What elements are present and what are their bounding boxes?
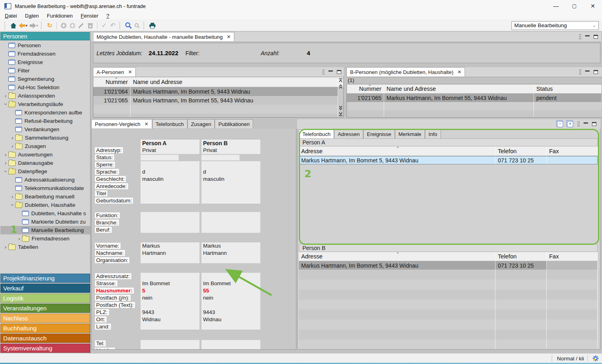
maximize-panel-icon[interactable] (594, 70, 598, 74)
detail-tab-ereignisse[interactable]: Ereignisse (363, 130, 395, 138)
tree-item-telekommunikationsdate[interactable]: Telekommunikationsdate (0, 184, 90, 192)
expand-arrow-icon[interactable]: › (3, 152, 8, 158)
b-person-row-selected[interactable]: 1'021'065Markus Hartmann, Im Bommet 55, … (347, 94, 602, 102)
column-header-fax[interactable]: Fax (547, 146, 598, 156)
minimize-panel-icon[interactable] (328, 70, 333, 74)
empty-row[interactable] (299, 330, 598, 340)
tab-publikationen[interactable]: Publikationen (215, 119, 253, 128)
sidebar-section-nachlass[interactable]: Nachlass (0, 314, 90, 323)
a-person-row-selected[interactable]: 1'021'064Markus Hartmann, Im Bommet 5, 9… (93, 87, 343, 96)
detail-tab-telefonbuch[interactable]: Telefonbuch (299, 130, 334, 138)
minimize-icon[interactable]: — (547, 0, 565, 12)
column-header-fax[interactable]: Fax (547, 252, 598, 261)
tree-item-datenpflege[interactable]: ›Datenpflege (0, 167, 90, 176)
empty-row[interactable] (299, 270, 598, 280)
detail-tab-adressen[interactable]: Adressen (334, 130, 363, 138)
tree-item-auswertungen[interactable]: ›Auswertungen (0, 150, 90, 159)
empty-row[interactable] (299, 290, 598, 300)
detail-tab-merkmale[interactable]: Merkmale (395, 130, 425, 138)
close-tab-icon[interactable]: ✕ (457, 69, 461, 75)
a-person-row[interactable]: 1'021'065Markus Hartmann, Im Bommet 55, … (93, 96, 343, 105)
back-icon[interactable] (18, 21, 26, 30)
delete-icon[interactable] (86, 21, 95, 30)
close-icon[interactable]: ✕ (584, 0, 602, 12)
collapse-arrow-icon[interactable]: › (10, 202, 16, 208)
minimize-panel-icon[interactable] (585, 70, 590, 74)
expand-arrow-icon[interactable]: › (16, 236, 22, 242)
menu-item-[interactable]: ? (106, 13, 109, 19)
tree-item-datenausgabe[interactable]: ›Datenausgabe (0, 159, 90, 167)
add-copy-icon[interactable] (68, 21, 77, 30)
tree-item-dubletten-haushalte-s[interactable]: Dubletten, Haushalte s (0, 209, 90, 218)
close-tab-icon[interactable]: ✕ (128, 69, 132, 75)
sidebar-section-verkauf[interactable]: Verkauf (0, 284, 90, 293)
refresh-icon[interactable]: ↻ (45, 21, 54, 30)
undo-icon[interactable]: ↶ (109, 21, 117, 30)
expand-arrow-icon[interactable]: › (3, 160, 8, 166)
empty-row[interactable] (93, 105, 343, 114)
scroll-first-icon[interactable] (338, 78, 343, 84)
tab-a-personen[interactable]: A-Personen ✕ (93, 67, 136, 76)
tab-telefonbuch[interactable]: Telefonbuch (152, 119, 187, 128)
back-history-dropdown-icon[interactable]: ▾ (26, 24, 28, 28)
tree-item-verarbeitungsläufe[interactable]: ›Verarbeitungsläufe (0, 100, 90, 108)
page-down-icon[interactable] (338, 105, 343, 111)
maximize-panel-icon[interactable] (337, 70, 341, 74)
empty-row[interactable] (347, 110, 602, 118)
tree-item-segmentierung[interactable]: Segmentierung (0, 75, 90, 83)
column-header-nummer[interactable]: Nummer (93, 77, 131, 87)
column-header-nummer[interactable]: Nummer (347, 84, 384, 93)
scroll-last-icon[interactable] (338, 111, 343, 117)
tree-item-personen[interactable]: Personen (0, 41, 90, 50)
panel-menu-icon[interactable] (579, 69, 581, 75)
panel-menu-icon[interactable] (577, 121, 580, 127)
column-header-telefon[interactable]: Telefon (495, 252, 547, 261)
empty-row[interactable] (299, 300, 598, 310)
settings-gear-icon[interactable] (592, 355, 599, 362)
menu-item-funktionen[interactable]: Funktionen (47, 13, 72, 19)
panel-menu-icon[interactable] (579, 34, 581, 40)
column-header-name-und-adresse[interactable]: Name und Adresse (131, 77, 338, 87)
column-header-name-und-adresse[interactable]: Name und Adresse (384, 84, 534, 93)
phonebook-row-selected[interactable]: Markus Hartmann, Im Bommet 5, 9443 Widna… (299, 261, 598, 270)
tab-b-personen[interactable]: B-Personen (mögliche Dubletten, Haushalt… (346, 67, 465, 76)
tree-item-filter[interactable]: Filter (0, 66, 90, 75)
tab-personen-vergleich[interactable]: Personen-Vergleich✕ (91, 119, 152, 128)
print-icon[interactable] (148, 21, 157, 30)
sidebar-section-datenaustausch[interactable]: Datenaustausch (0, 334, 90, 343)
tree-item-sammelerfassung[interactable]: ›Sammelerfassung (0, 134, 90, 142)
sidebar-section-projektfinanzierung[interactable]: Projektfinanzierung (0, 274, 90, 283)
expand-arrow-icon[interactable]: › (3, 244, 8, 250)
empty-row[interactable] (299, 310, 598, 320)
panel-menu-icon[interactable] (322, 69, 324, 75)
confirm-icon[interactable]: ✓ (100, 21, 109, 30)
edit-icon[interactable] (77, 21, 86, 30)
menu-item-datei[interactable]: Datei (5, 13, 17, 19)
page-up-icon[interactable] (338, 84, 343, 90)
detail-tab-info[interactable]: Info (425, 130, 441, 138)
expand-all-icon[interactable]: + (567, 121, 573, 127)
tree-item-zusagen[interactable]: ›Zusagen (0, 142, 90, 150)
collapse-all-icon[interactable]: − (557, 121, 563, 127)
empty-row[interactable] (93, 114, 343, 118)
expand-arrow-icon[interactable]: › (10, 194, 15, 200)
minimize-panel-icon[interactable] (584, 122, 588, 126)
forward-icon[interactable] (28, 21, 37, 30)
empty-row[interactable] (299, 320, 598, 330)
tree-item-bearbeitung-manuell[interactable]: ›Bearbeitung manuell (0, 192, 90, 201)
menu-item-fenster[interactable]: Fenster (81, 13, 98, 19)
column-header-telefon[interactable]: Telefon (495, 146, 547, 156)
tab-moegliche-dubletten[interactable]: Mögliche Dubletten, Haushalte - manuelle… (93, 32, 234, 41)
minimize-panel-icon[interactable] (585, 35, 590, 39)
tree-item-korrespondenzen-aufbe[interactable]: Korrespondenzen aufbe (0, 108, 90, 117)
search-secondary-icon[interactable] (133, 21, 141, 30)
tree-item-adressaktualisierung[interactable]: Adressaktualisierung (0, 176, 90, 184)
maximize-panel-icon[interactable] (594, 35, 598, 39)
view-selector-dropdown[interactable]: Manuelle Bearbeitung ⌄ (511, 21, 599, 30)
tree-item-tabellen[interactable]: ›Tabellen (0, 243, 90, 251)
search-icon[interactable] (124, 21, 133, 30)
tab-zusagen[interactable]: Zusagen (187, 119, 215, 128)
add-icon[interactable] (59, 21, 68, 30)
empty-row[interactable] (347, 102, 602, 110)
sidebar-section-logistik[interactable]: Logistik (0, 294, 90, 303)
